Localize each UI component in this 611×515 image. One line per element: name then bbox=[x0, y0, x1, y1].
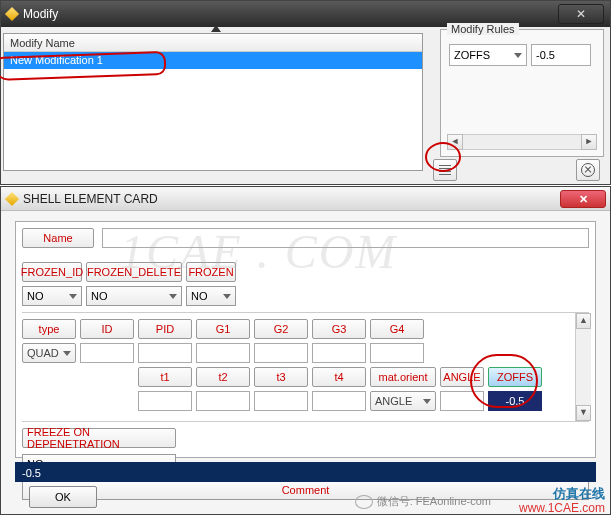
freeze-depenetration-button[interactable]: FREEZE ON DEPENETRATION bbox=[22, 428, 176, 448]
app-icon bbox=[5, 7, 19, 21]
name-input[interactable] bbox=[102, 228, 589, 248]
comment-bar[interactable]: Comment bbox=[22, 480, 589, 500]
status-bar[interactable]: -0.5 bbox=[15, 462, 596, 482]
card-window: SHELL ELEMENT CARD ✕ Name FROZEN_ID FROZ… bbox=[0, 186, 611, 515]
list-view-button[interactable] bbox=[433, 159, 457, 181]
list-icon bbox=[439, 165, 451, 175]
angle-header[interactable]: ANGLE bbox=[440, 367, 484, 387]
frozen-select[interactable]: NO bbox=[186, 286, 236, 306]
t2-cell[interactable] bbox=[196, 391, 250, 411]
frozen-id-header[interactable]: FROZEN_ID bbox=[22, 262, 82, 282]
g4-cell[interactable] bbox=[370, 343, 424, 363]
chevron-down-icon bbox=[423, 399, 431, 404]
g1-cell[interactable] bbox=[196, 343, 250, 363]
close-button[interactable]: ✕ bbox=[558, 4, 604, 24]
g2-cell[interactable] bbox=[254, 343, 308, 363]
chevron-down-icon bbox=[69, 294, 77, 299]
card-body: Name FROZEN_ID FROZEN_DELETE FROZEN NO N… bbox=[15, 221, 596, 458]
card-title: SHELL ELEMENT CARD bbox=[23, 192, 560, 206]
modify-titlebar[interactable]: Modify ✕ bbox=[1, 1, 610, 27]
frozen-header[interactable]: FROZEN bbox=[186, 262, 236, 282]
t2-header[interactable]: t2 bbox=[196, 367, 250, 387]
g3-cell[interactable] bbox=[312, 343, 366, 363]
id-header[interactable]: ID bbox=[80, 319, 134, 339]
watermark-wechat: 微信号: FEAonline-com bbox=[355, 494, 491, 509]
app-icon bbox=[5, 191, 19, 205]
zoffs-header[interactable]: ZOFFS bbox=[488, 367, 542, 387]
t3-cell[interactable] bbox=[254, 391, 308, 411]
zoffs-cell[interactable]: -0.5 bbox=[488, 391, 542, 411]
scroll-track[interactable] bbox=[463, 134, 581, 150]
chevron-down-icon bbox=[223, 294, 231, 299]
type-header[interactable]: type bbox=[22, 319, 76, 339]
delete-button[interactable] bbox=[576, 159, 600, 181]
rules-value-input[interactable]: -0.5 bbox=[531, 44, 591, 66]
id-cell[interactable] bbox=[80, 343, 134, 363]
g3-header[interactable]: G3 bbox=[312, 319, 366, 339]
frozen-delete-select[interactable]: NO bbox=[86, 286, 182, 306]
t4-cell[interactable] bbox=[312, 391, 366, 411]
matorient-select[interactable]: ANGLE bbox=[370, 391, 436, 411]
frozen-id-select[interactable]: NO bbox=[22, 286, 82, 306]
modify-rules-panel: Modify Rules ZOFFS -0.5 ◄ ► bbox=[440, 29, 604, 157]
delete-icon bbox=[581, 163, 595, 177]
chevron-down-icon bbox=[169, 294, 177, 299]
rules-field-value: ZOFFS bbox=[454, 49, 490, 61]
pid-cell[interactable] bbox=[138, 343, 192, 363]
card-titlebar[interactable]: SHELL ELEMENT CARD ✕ bbox=[1, 187, 610, 211]
close-button[interactable]: ✕ bbox=[560, 190, 606, 208]
modify-list-item-selected[interactable]: New Modification 1 bbox=[4, 52, 422, 69]
modify-list-header: Modify Name bbox=[4, 34, 422, 52]
scroll-down-icon[interactable]: ▼ bbox=[576, 405, 591, 421]
scroll-right-icon[interactable]: ► bbox=[581, 134, 597, 150]
grid-vscroll[interactable]: ▲ ▼ bbox=[575, 313, 591, 421]
g1-header[interactable]: G1 bbox=[196, 319, 250, 339]
t1-header[interactable]: t1 bbox=[138, 367, 192, 387]
pid-header[interactable]: PID bbox=[138, 319, 192, 339]
g2-header[interactable]: G2 bbox=[254, 319, 308, 339]
chevron-down-icon bbox=[514, 53, 522, 58]
matorient-header[interactable]: mat.orient bbox=[370, 367, 436, 387]
modify-title: Modify bbox=[23, 7, 558, 21]
angle-cell[interactable] bbox=[440, 391, 484, 411]
modify-list[interactable]: Modify Name New Modification 1 bbox=[3, 33, 423, 171]
t4-header[interactable]: t4 bbox=[312, 367, 366, 387]
name-button[interactable]: Name bbox=[22, 228, 94, 248]
t3-header[interactable]: t3 bbox=[254, 367, 308, 387]
watermark-corner: 仿真在线 www.1CAE.com bbox=[519, 487, 605, 515]
frozen-delete-header[interactable]: FROZEN_DELETE bbox=[86, 262, 182, 282]
scroll-up-icon[interactable]: ▲ bbox=[576, 313, 591, 329]
modify-rules-legend: Modify Rules bbox=[447, 23, 519, 35]
g4-header[interactable]: G4 bbox=[370, 319, 424, 339]
rules-field-select[interactable]: ZOFFS bbox=[449, 44, 527, 66]
modify-window: Modify ✕ Modify Name New Modification 1 … bbox=[0, 0, 611, 185]
wechat-icon bbox=[355, 495, 373, 509]
chevron-down-icon bbox=[63, 351, 71, 356]
scroll-left-icon[interactable]: ◄ bbox=[447, 134, 463, 150]
element-grid: type ID PID G1 G2 G3 G4 QUAD t1 t2 bbox=[22, 312, 589, 422]
ok-button[interactable]: OK bbox=[29, 486, 97, 508]
collapse-up-icon[interactable] bbox=[211, 25, 221, 32]
type-select[interactable]: QUAD bbox=[22, 343, 76, 363]
rules-hscroll[interactable]: ◄ ► bbox=[447, 134, 597, 150]
t1-cell[interactable] bbox=[138, 391, 192, 411]
